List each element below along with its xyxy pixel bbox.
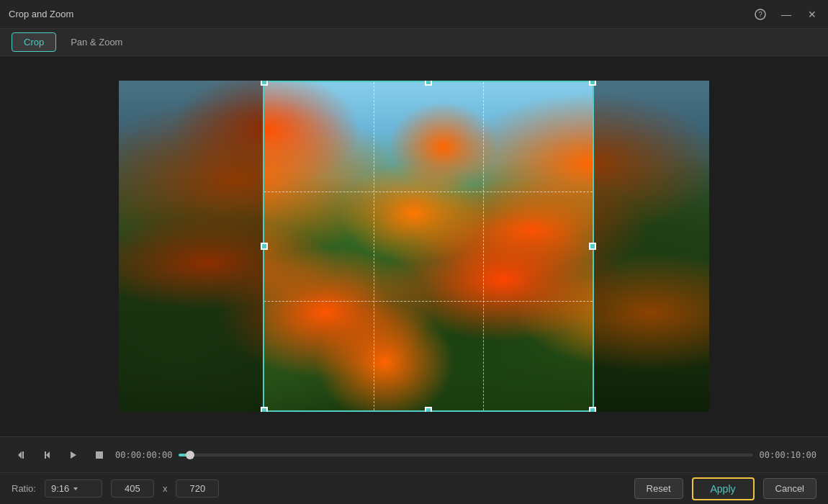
crop-handle-middle-left[interactable] <box>261 243 268 250</box>
width-input[interactable] <box>111 480 154 498</box>
ratio-select[interactable]: 9:16 <box>45 480 102 498</box>
height-input[interactable] <box>176 480 219 498</box>
svg-text:?: ? <box>758 11 762 19</box>
play-button[interactable] <box>63 445 84 465</box>
minimize-icon: — <box>781 9 791 20</box>
step-back-button[interactable] <box>37 445 58 465</box>
svg-rect-7 <box>96 451 103 459</box>
progress-indicator[interactable] <box>186 451 194 459</box>
close-button[interactable]: ✕ <box>805 7 819 22</box>
video-background <box>119 81 709 412</box>
crop-overlay-right <box>594 81 709 412</box>
svg-marker-6 <box>71 451 76 459</box>
svg-marker-2 <box>18 451 22 459</box>
video-preview <box>119 81 709 412</box>
crop-handle-top-center[interactable] <box>425 81 432 86</box>
crop-handle-top-left[interactable] <box>261 81 268 86</box>
crop-handle-bottom-center[interactable] <box>425 407 432 412</box>
time-current: 00:00:00:00 <box>115 450 173 460</box>
grid-vertical-2 <box>483 82 484 410</box>
main-content <box>0 56 828 436</box>
controls-bar: 00:00:00:00 00:00:10:00 <box>0 436 828 472</box>
crop-grid <box>264 82 593 410</box>
settings-bar: Ratio: 9:16 x Reset Apply Cancel <box>0 472 828 504</box>
crop-handle-bottom-right[interactable] <box>589 407 596 412</box>
title-bar-right: ? — ✕ <box>753 7 819 22</box>
window-title: Crop and Zoom <box>9 9 73 19</box>
grid-horizontal-1 <box>264 192 593 192</box>
ratio-label: Ratio: <box>12 483 36 494</box>
svg-rect-3 <box>22 451 24 459</box>
apply-button[interactable]: Apply <box>692 477 755 500</box>
stop-button[interactable] <box>89 445 109 465</box>
grid-vertical-1 <box>374 82 374 410</box>
chevron-down-icon <box>72 485 79 492</box>
crop-overlay-left <box>119 81 263 412</box>
skip-back-button[interactable] <box>12 445 32 465</box>
tab-bar: Crop Pan & Zoom <box>0 29 828 56</box>
svg-rect-5 <box>45 451 46 459</box>
minimize-button[interactable]: — <box>779 7 793 22</box>
progress-bar[interactable] <box>179 454 753 456</box>
title-bar: Crop and Zoom ? — ✕ <box>0 0 828 29</box>
svg-marker-4 <box>46 451 50 459</box>
crop-box[interactable] <box>263 81 594 412</box>
crop-handle-middle-right[interactable] <box>589 243 596 250</box>
dimension-separator: x <box>163 483 168 494</box>
crop-handle-bottom-left[interactable] <box>261 407 268 412</box>
tab-crop[interactable]: Crop <box>12 32 56 52</box>
help-button[interactable]: ? <box>753 7 768 22</box>
tab-pan-zoom[interactable]: Pan & Zoom <box>59 33 134 51</box>
ratio-value: 9:16 <box>51 483 69 494</box>
crop-handle-top-right[interactable] <box>589 81 596 86</box>
title-bar-left: Crop and Zoom <box>9 9 73 19</box>
reset-button[interactable]: Reset <box>634 478 683 499</box>
svg-marker-8 <box>73 487 78 490</box>
time-total: 00:00:10:00 <box>759 450 816 460</box>
grid-horizontal-2 <box>264 301 593 302</box>
close-icon: ✕ <box>808 9 816 20</box>
cancel-button[interactable]: Cancel <box>763 478 816 499</box>
